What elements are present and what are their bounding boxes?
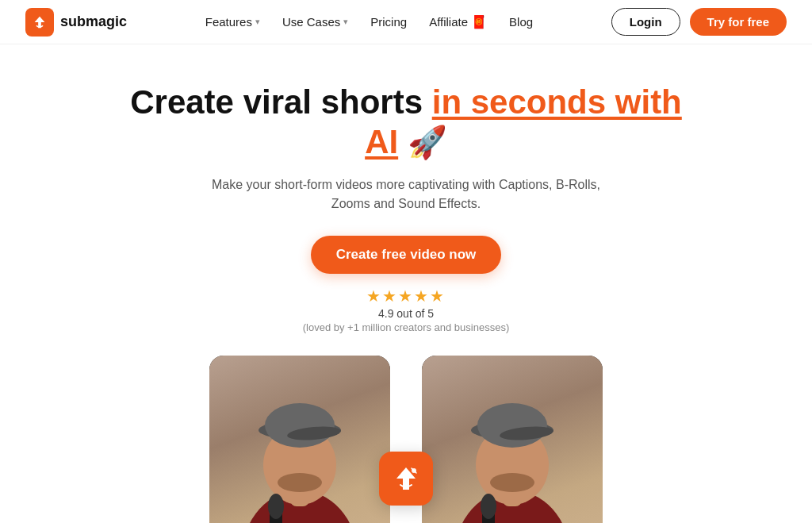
hero-subtext: Make your short-form videos more captiva… <box>200 175 612 213</box>
svg-point-22 <box>481 494 496 519</box>
svg-point-6 <box>278 473 322 492</box>
star-rating-icons: ★★★★★ <box>366 286 446 306</box>
rocket-icon: 🚀 <box>408 125 447 160</box>
svg-point-18 <box>477 403 547 448</box>
nav-features[interactable]: Features ▾ <box>205 15 260 29</box>
nav-actions: Login Try for free <box>611 8 787 36</box>
create-video-button[interactable]: Create free video now <box>311 236 502 274</box>
affiliate-emoji-icon: 🧧 <box>471 14 487 29</box>
person-silhouette-right: DEEZ <box>433 356 592 523</box>
logo-icon <box>25 8 54 37</box>
logo-text: submagic <box>60 13 127 30</box>
nav-blog[interactable]: Blog <box>509 15 533 29</box>
login-button[interactable]: Login <box>611 8 680 36</box>
rating-section: ★★★★★ 4.9 out of 5 (loved by +1 million … <box>303 286 510 333</box>
hero-section: Create viral shorts in seconds with AI 🚀… <box>0 44 812 333</box>
nav-links: Features ▾ Use Cases ▾ Pricing Affiliate… <box>205 14 533 29</box>
hero-headline: Create viral shorts in seconds with AI 🚀 <box>128 83 684 161</box>
video-bg-left: DEEZ <box>209 356 390 523</box>
svg-point-4 <box>265 403 335 448</box>
navbar: submagic Features ▾ Use Cases ▾ Pricing … <box>0 0 812 44</box>
submagic-center-icon <box>390 463 422 494</box>
video-panel-after: DEEZ ALGORITHM REWARDS <box>422 356 603 523</box>
center-app-logo <box>379 452 433 506</box>
rating-value: 4.9 out of 5 <box>378 307 434 320</box>
svg-point-20 <box>490 473 534 492</box>
features-chevron-icon: ▾ <box>255 17 260 27</box>
nav-affiliate[interactable]: Affiliate 🧧 <box>429 14 487 29</box>
use-cases-chevron-icon: ▾ <box>343 17 348 27</box>
nav-use-cases[interactable]: Use Cases ▾ <box>282 15 348 29</box>
video-panels-row: DEEZ <box>0 356 812 523</box>
nav-pricing[interactable]: Pricing <box>370 15 407 29</box>
rating-social: (loved by +1 million creators and busine… <box>303 321 510 333</box>
person-silhouette-left: DEEZ <box>220 356 379 523</box>
try-for-free-button[interactable]: Try for free <box>690 8 787 36</box>
svg-point-8 <box>268 494 284 519</box>
video-panel-before: DEEZ <box>209 356 390 523</box>
video-bg-right: DEEZ ALGORITHM REWARDS <box>422 356 603 523</box>
logo[interactable]: submagic <box>25 8 127 37</box>
